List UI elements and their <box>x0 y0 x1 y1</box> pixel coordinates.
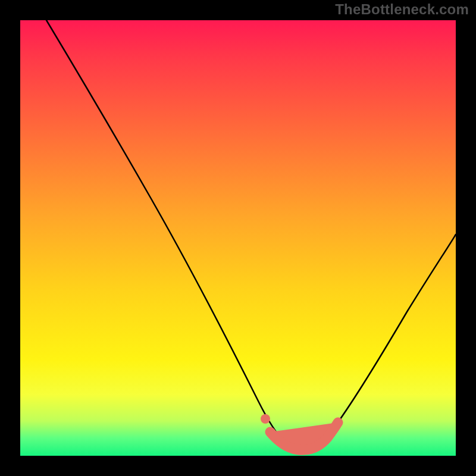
minimum-marker <box>261 414 338 450</box>
bottleneck-curve-path <box>46 20 456 451</box>
watermark-text: TheBottleneck.com <box>335 1 469 18</box>
chart-frame: TheBottleneck.com <box>0 0 476 476</box>
plot-area <box>20 20 456 456</box>
svg-point-0 <box>261 414 270 424</box>
curve-layer <box>20 20 456 456</box>
